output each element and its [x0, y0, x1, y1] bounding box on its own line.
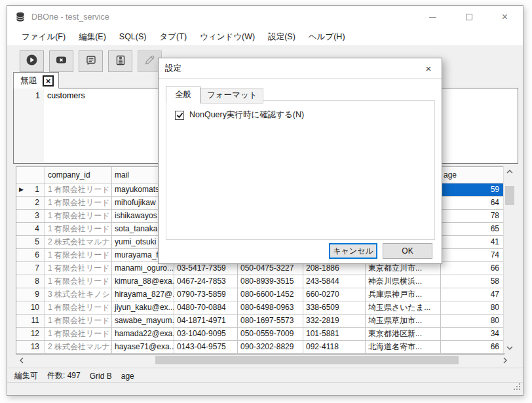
resize-grip[interactable] [514, 381, 521, 393]
row-header[interactable]: 6 [16, 249, 45, 262]
grid-cell[interactable]: 101-5881 [303, 328, 366, 341]
row-header[interactable]: 10 [16, 301, 45, 315]
row-header[interactable]: 7 [16, 262, 45, 275]
grid-cell[interactable]: 66 [441, 262, 504, 275]
grid-cell[interactable]: 0480-70-0884 [174, 301, 238, 315]
grid-cell[interactable]: 050-0559-7009 [238, 328, 303, 341]
grid-cell[interactable]: hirayama_827@... [112, 288, 174, 301]
grid-cell[interactable]: 080-6600-1452 [238, 288, 303, 301]
grid-cell[interactable]: 1 有限会社リード [45, 210, 112, 223]
scrollbar-thumb[interactable] [505, 186, 514, 205]
nonquery-confirm-checkbox[interactable]: NonQuery実行時に確認する(N) [175, 109, 304, 121]
grid-cell[interactable]: 東京都立川市... [366, 262, 441, 275]
scrollbar-thumb[interactable] [155, 356, 459, 364]
tab-general[interactable]: 全般 [166, 86, 200, 104]
menu-item-2[interactable]: SQL(S) [113, 28, 153, 45]
grid-cell[interactable]: 64 [441, 197, 504, 210]
grid-cell[interactable]: 332-2819 [303, 315, 366, 328]
grid-cell[interactable]: 3 株式会社キノシタ [45, 288, 112, 301]
scroll-right-icon[interactable] [499, 355, 510, 366]
menu-item-0[interactable]: ファイル(F) [15, 28, 72, 45]
menu-item-4[interactable]: ウィンドウ(W) [193, 28, 261, 45]
grid-header-cell[interactable]: company_id [45, 167, 112, 183]
grid-cell[interactable]: 208-1886 [303, 262, 366, 275]
grid-cell[interactable]: hamada22@exa... [112, 328, 174, 341]
grid-cell[interactable]: 1 有限会社リード [45, 197, 112, 210]
grid-cell[interactable]: 1 有限会社リード [45, 328, 112, 341]
menu-item-3[interactable]: タブ(T) [153, 28, 194, 45]
row-header[interactable]: 12 [16, 328, 45, 341]
grid-cell[interactable]: 80 [441, 301, 504, 315]
row-header[interactable]: 3 [16, 210, 45, 223]
horizontal-scrollbar[interactable] [16, 355, 510, 366]
grid-cell[interactable]: 660-0270 [303, 288, 366, 301]
grid-cell[interactable]: 080-1697-5573 [238, 315, 303, 328]
menu-item-6[interactable]: ヘルプ(H) [302, 28, 352, 45]
grid-cell[interactable]: 1 有限会社リード [45, 301, 112, 315]
scroll-up-icon[interactable] [504, 166, 516, 177]
grid-cell[interactable]: 1 有限会社リード [45, 315, 112, 328]
grid-cell[interactable]: manami_oguro... [112, 262, 174, 275]
grid-cell[interactable]: 243-5844 [303, 275, 366, 288]
run-button[interactable] [20, 50, 44, 72]
row-header[interactable]: 4 [16, 223, 45, 236]
row-header[interactable]: 9 [16, 288, 45, 301]
grid-cell[interactable]: 65 [441, 223, 504, 236]
grid-cell[interactable]: 090-3202-8829 [238, 341, 303, 354]
minimize-button[interactable] [415, 6, 451, 28]
grid-cell[interactable]: 0790-73-5859 [174, 288, 238, 301]
note-button[interactable] [79, 50, 103, 72]
grid-cell[interactable]: 埼玉県さいたま... [366, 301, 441, 315]
grid-cell[interactable]: 66 [441, 341, 504, 354]
row-header[interactable]: 2 [16, 197, 45, 210]
grid-cell[interactable]: 1 有限会社リード [45, 262, 112, 275]
menu-item-1[interactable]: 編集(E) [72, 28, 113, 45]
grid-cell[interactable]: 0143-04-9575 [174, 341, 238, 354]
grid-cell[interactable]: 03-1040-9095 [174, 328, 238, 341]
grid-cell[interactable]: 1 有限会社リード [45, 183, 112, 197]
scroll-down-icon[interactable] [504, 343, 516, 353]
grid-cell[interactable]: 2 株式会社マルナカ [45, 341, 112, 354]
grid-cell[interactable]: 1 有限会社リード [45, 275, 112, 288]
grid-cell[interactable]: 03-5417-7359 [174, 262, 238, 275]
grid-cell[interactable]: 080-8939-3515 [238, 275, 303, 288]
grid-cell[interactable]: 東京都港区新... [366, 328, 441, 341]
grid-cell[interactable]: 兵庫県神戸市... [366, 288, 441, 301]
cancel-button[interactable]: キャンセル [329, 243, 377, 259]
menu-item-5[interactable]: 設定(S) [261, 28, 302, 45]
grid-cell[interactable]: 0467-24-7853 [174, 275, 238, 288]
grid-header-cell[interactable]: age [441, 167, 504, 183]
row-header[interactable]: 5 [16, 236, 45, 249]
tab-untitled[interactable]: 無題 × [13, 72, 59, 88]
grid-cell[interactable]: 1 有限会社リード [45, 249, 112, 262]
grid-cell[interactable]: 1 有限会社リード [45, 223, 112, 236]
ok-button[interactable]: OK [383, 243, 432, 259]
grid-cell[interactable]: 80 [441, 315, 504, 328]
tab-format[interactable]: フォーマット [200, 88, 263, 104]
row-header[interactable]: 13 [16, 341, 45, 354]
grid-cell[interactable]: 北海道名寄市... [366, 341, 441, 354]
grid-cell[interactable]: 埼玉県草加市... [366, 315, 441, 328]
grid-cell[interactable]: 34 [441, 328, 504, 341]
maximize-button[interactable] [451, 6, 487, 28]
grid-cell[interactable]: sawabe_mayum... [112, 315, 174, 328]
grid-cell[interactable]: 74 [441, 249, 504, 262]
grid-cell[interactable]: 58 [441, 275, 504, 288]
grid-cell-selected[interactable]: 59 [441, 183, 504, 197]
grid-cell[interactable]: jiyun_kaku@ex... [112, 301, 174, 315]
dialog-close-button[interactable]: × [415, 58, 442, 78]
grid-cell[interactable]: 050-0475-3227 [238, 262, 303, 275]
grid-cell[interactable]: hayase71@exa... [112, 341, 174, 354]
grid-cell[interactable]: 092-4118 [303, 341, 366, 354]
vertical-scrollbar[interactable] [503, 166, 516, 353]
grid-cell[interactable]: kimura_88@exa... [112, 275, 174, 288]
row-header[interactable]: 11 [16, 315, 45, 328]
grid-cell[interactable]: 338-6509 [303, 301, 366, 315]
tab-close-icon[interactable]: × [43, 75, 54, 86]
row-header-corner[interactable] [16, 167, 45, 183]
grid-cell[interactable]: 47 [441, 288, 504, 301]
stop-button[interactable] [49, 50, 73, 72]
row-header[interactable]: 8 [16, 275, 45, 288]
grid-cell[interactable]: 2 株式会社マルナカ [45, 236, 112, 249]
grid-cell[interactable]: 080-6498-0963 [238, 301, 303, 315]
